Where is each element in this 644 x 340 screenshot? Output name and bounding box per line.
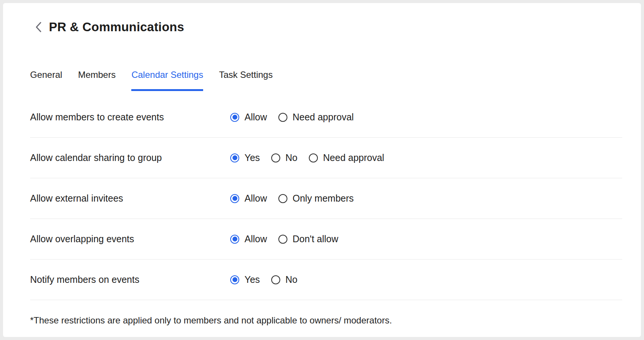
radio-unselected-icon (278, 113, 287, 122)
radio-label: Yes (245, 152, 260, 163)
page-header: PR & Communications (30, 3, 622, 34)
radio-selected-icon (230, 113, 239, 122)
radio-label: No (286, 152, 298, 163)
radio-unselected-icon (278, 235, 287, 244)
app-window: PR & Communications GeneralMembersCalend… (0, 0, 644, 340)
settings-row-notify-members-on-events: Notify members on eventsYesNo (30, 260, 622, 300)
radio-label: Don't allow (293, 234, 339, 244)
radio-selected-icon (230, 153, 239, 162)
radio-option-no[interactable]: No (271, 274, 298, 285)
radio-unselected-icon (271, 275, 280, 284)
radio-group: AllowNeed approval (230, 112, 365, 123)
settings-row-allow-overlapping-events: Allow overlapping eventsAllowDon't allow (30, 219, 622, 260)
radio-selected-icon (230, 235, 239, 244)
radio-label: Allow (245, 112, 267, 123)
settings-row-allow-external-invitees: Allow external inviteesAllowOnly members (30, 178, 622, 219)
group-settings-panel: PR & Communications GeneralMembersCalend… (3, 3, 641, 337)
radio-option-don-t-allow[interactable]: Don't allow (278, 234, 339, 244)
radio-group: YesNo (230, 274, 309, 285)
tab-members[interactable]: Members (78, 70, 115, 91)
chevron-left-icon (35, 21, 42, 33)
tab-bar: GeneralMembersCalendar SettingsTask Sett… (30, 70, 622, 91)
radio-option-allow[interactable]: Allow (230, 193, 267, 204)
footer-note: *These restrictions are applied only to … (30, 315, 622, 326)
radio-option-only-members[interactable]: Only members (278, 193, 354, 204)
radio-unselected-icon (309, 153, 318, 162)
radio-group: AllowOnly members (230, 193, 365, 204)
setting-label: Allow overlapping events (30, 234, 230, 244)
radio-unselected-icon (278, 194, 287, 203)
radio-selected-icon (230, 275, 239, 284)
settings-list: Allow members to create eventsAllowNeed … (30, 97, 622, 300)
radio-option-yes[interactable]: Yes (230, 274, 260, 285)
settings-row-allow-calendar-sharing-to-group: Allow calendar sharing to groupYesNoNeed… (30, 138, 622, 178)
setting-label: Notify members on events (30, 274, 230, 285)
radio-option-yes[interactable]: Yes (230, 152, 260, 163)
back-button[interactable] (34, 21, 43, 33)
radio-group: YesNoNeed approval (230, 152, 395, 163)
setting-label: Allow members to create events (30, 112, 230, 123)
setting-label: Allow external invitees (30, 193, 230, 204)
footer: *These restrictions are applied only to … (30, 300, 622, 326)
radio-unselected-icon (271, 153, 280, 162)
radio-label: Need approval (293, 112, 354, 123)
tab-task-settings[interactable]: Task Settings (219, 70, 273, 91)
radio-selected-icon (230, 194, 239, 203)
settings-row-allow-members-to-create-events: Allow members to create eventsAllowNeed … (30, 97, 622, 138)
radio-label: Need approval (323, 152, 384, 163)
page-title: PR & Communications (49, 20, 184, 34)
radio-label: No (286, 274, 298, 285)
radio-option-allow[interactable]: Allow (230, 112, 267, 123)
tab-calendar-settings[interactable]: Calendar Settings (131, 70, 203, 91)
radio-label: Allow (245, 234, 267, 244)
radio-option-no[interactable]: No (271, 152, 298, 163)
radio-option-need-approval[interactable]: Need approval (278, 112, 354, 123)
radio-group: AllowDon't allow (230, 234, 349, 244)
radio-option-need-approval[interactable]: Need approval (309, 152, 384, 163)
radio-label: Yes (245, 274, 260, 285)
setting-label: Allow calendar sharing to group (30, 152, 230, 163)
radio-label: Only members (293, 193, 354, 204)
radio-option-allow[interactable]: Allow (230, 234, 267, 244)
radio-label: Allow (245, 193, 267, 204)
tab-general[interactable]: General (30, 70, 62, 91)
